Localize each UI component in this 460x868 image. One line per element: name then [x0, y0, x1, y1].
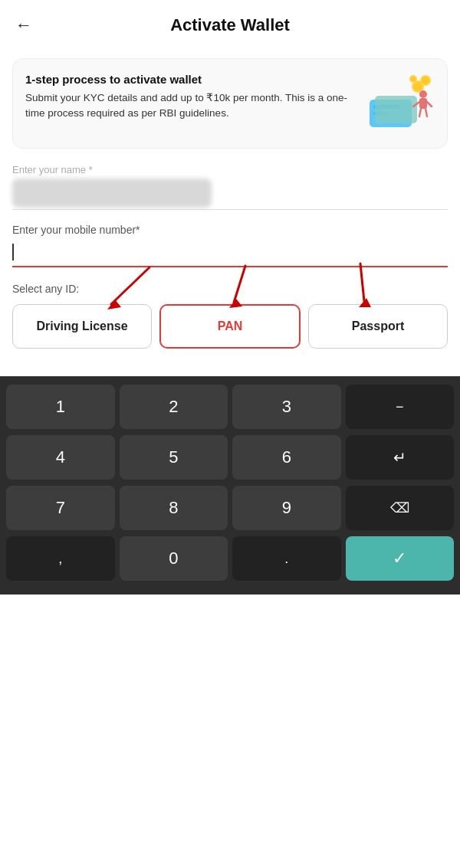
header: ← Activate Wallet [0, 0, 460, 51]
key-0[interactable]: 0 [120, 536, 228, 581]
key-5[interactable]: 5 [120, 435, 228, 480]
blurred-field-label: Enter your name * [12, 164, 448, 175]
svg-line-15 [426, 109, 427, 116]
svg-point-9 [411, 77, 416, 82]
key-6[interactable]: 6 [232, 435, 341, 480]
info-card-title: 1-step process to activate wallet [25, 73, 358, 86]
key-backspace[interactable]: ⌫ [346, 486, 455, 530]
svg-point-7 [422, 77, 429, 84]
page-title: Activate Wallet [38, 15, 445, 35]
svg-line-13 [427, 102, 432, 106]
id-selection-section: Select any ID: Driving License PAN Passp… [0, 267, 460, 349]
svg-rect-3 [375, 96, 417, 123]
svg-point-10 [419, 90, 427, 98]
pan-button[interactable]: PAN [159, 304, 301, 349]
keyboard-row-4: , 0 . ✓ [3, 536, 457, 581]
info-card: 1-step process to activate wallet Submit… [12, 58, 448, 149]
kyc-illustration [366, 73, 435, 134]
svg-rect-11 [419, 98, 427, 109]
numeric-keyboard: 1 2 3 − 4 5 6 ↵ 7 8 9 ⌫ , 0 . ✓ [0, 376, 460, 594]
key-3[interactable]: 3 [232, 385, 341, 429]
key-7[interactable]: 7 [6, 486, 115, 530]
keyboard-row-1: 1 2 3 − [3, 385, 457, 429]
blurred-underline [12, 209, 448, 210]
svg-line-14 [419, 109, 421, 116]
key-confirm[interactable]: ✓ [346, 536, 455, 581]
mobile-field-section: Enter your mobile number* [0, 216, 460, 267]
keyboard-row-3: 7 8 9 ⌫ [3, 486, 457, 530]
key-9[interactable]: 9 [232, 486, 341, 530]
key-period[interactable]: . [232, 536, 341, 581]
id-section-wrapper: Select any ID: Driving License PAN Passp… [0, 267, 460, 349]
info-card-content: 1-step process to activate wallet Submit… [25, 73, 358, 122]
key-minus[interactable]: − [346, 385, 455, 429]
key-2[interactable]: 2 [120, 385, 228, 429]
mobile-input-wrapper[interactable] [12, 241, 448, 267]
blurred-input-box [12, 179, 212, 208]
blurred-name-field: Enter your name * [12, 164, 448, 210]
key-1[interactable]: 1 [6, 385, 115, 429]
cursor-indicator [12, 244, 14, 260]
passport-button[interactable]: Passport [308, 304, 448, 349]
back-button[interactable]: ← [15, 12, 38, 38]
id-buttons-group: Driving License PAN Passport [12, 304, 448, 349]
key-8[interactable]: 8 [120, 486, 228, 530]
info-card-description: Submit your KYC details and add up to ₹1… [25, 90, 358, 122]
id-selection-label: Select any ID: [12, 283, 448, 295]
keyboard-row-2: 4 5 6 ↵ [3, 435, 457, 480]
key-comma[interactable]: , [6, 536, 115, 581]
key-enter[interactable]: ↵ [346, 435, 455, 480]
key-4[interactable]: 4 [6, 435, 115, 480]
driving-license-button[interactable]: Driving License [12, 304, 152, 349]
mobile-field-label: Enter your mobile number* [12, 224, 448, 236]
